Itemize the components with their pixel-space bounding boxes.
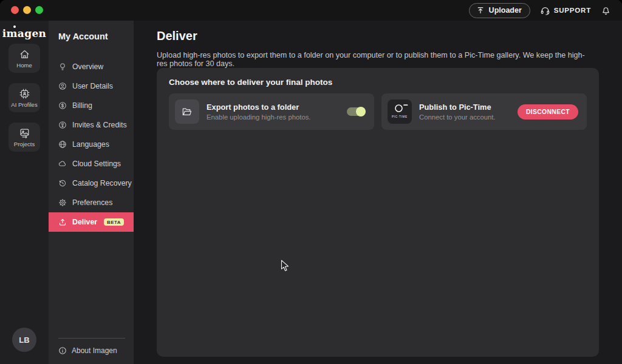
- sidebar-item-deliver[interactable]: Deliver BETA: [49, 212, 134, 232]
- invite-icon: [58, 121, 67, 129]
- nav-home-label: Home: [16, 62, 32, 69]
- pictime-option-title: Publish to Pic-Time: [419, 103, 513, 112]
- user-avatar[interactable]: LB: [12, 328, 36, 352]
- page-description: Upload high-res photos to export them to…: [157, 51, 592, 68]
- bell-icon[interactable]: [601, 5, 611, 16]
- export-option-subtitle: Enable uploading high-res photos.: [207, 113, 342, 121]
- info-icon: [58, 346, 67, 355]
- gear-icon: [58, 198, 67, 207]
- sidebar-item-label: Invites & Credits: [72, 121, 127, 129]
- avatar-initials: LB: [19, 335, 29, 345]
- sidebar-item-label: Billing: [72, 101, 92, 110]
- main-content: Deliver Upload high-res photos to export…: [134, 21, 622, 364]
- sidebar-item-label: Languages: [72, 140, 109, 149]
- about-imagen-label: About Imagen: [72, 346, 117, 355]
- nav-projects-button[interactable]: Projects: [9, 123, 40, 152]
- sidebar-item-user-details[interactable]: User Details: [49, 76, 134, 96]
- sidebar-item-catalog-recovery[interactable]: Catalog Recovery: [49, 174, 134, 193]
- sidebar-title: My Account: [58, 32, 134, 41]
- export-toggle[interactable]: [347, 107, 364, 116]
- ai-profiles-icon: [19, 88, 30, 99]
- account-menu: Overview User Details Billing Invites & …: [49, 57, 134, 232]
- mouse-cursor: [281, 260, 290, 272]
- lightbulb-icon: [58, 62, 67, 71]
- uploader-button-label: Uploader: [489, 6, 522, 15]
- sidebar-item-billing[interactable]: Billing: [49, 96, 134, 115]
- sidebar-item-label: User Details: [72, 82, 113, 90]
- sidebar-item-label: Deliver: [72, 218, 97, 226]
- zoom-window-button[interactable]: [35, 6, 43, 14]
- upload-icon: [58, 218, 67, 226]
- support-label: SUPPORT: [554, 7, 591, 14]
- billing-icon: [58, 101, 67, 110]
- close-window-button[interactable]: [11, 6, 19, 14]
- user-icon: [58, 82, 67, 90]
- deliver-options-card: Choose where to deliver your final photo…: [157, 68, 599, 357]
- window-controls: [11, 6, 43, 14]
- nav-home-button[interactable]: Home: [9, 44, 40, 73]
- sidebar-item-label: Preferences: [72, 198, 112, 207]
- home-icon: [19, 49, 30, 60]
- nav-ai-profiles-button[interactable]: AI Profiles: [9, 83, 40, 112]
- sidebar-item-invites-credits[interactable]: Invites & Credits: [49, 115, 134, 135]
- pic-time-logo: PIC·TIME: [388, 99, 412, 124]
- imagen-logo: imagen: [0, 27, 49, 39]
- nav-rail: imagen Home AI Profiles Projects: [0, 21, 49, 364]
- support-button[interactable]: SUPPORT: [540, 5, 591, 16]
- publish-to-pictime-option: PIC·TIME Publish to Pic-Time Connect to …: [381, 93, 587, 130]
- history-icon: [58, 179, 67, 187]
- pic-time-caption: PIC·TIME: [392, 115, 408, 118]
- sidebar-item-cloud-settings[interactable]: Cloud Settings: [49, 154, 134, 174]
- folder-icon: [175, 99, 199, 124]
- headset-icon: [540, 5, 550, 16]
- title-bar: Uploader SUPPORT: [0, 0, 622, 21]
- export-to-folder-option: Export photos to a folder Enable uploadi…: [169, 93, 374, 130]
- about-imagen-button[interactable]: About Imagen: [49, 339, 134, 364]
- sidebar-item-preferences[interactable]: Preferences: [49, 193, 134, 212]
- page-title: Deliver: [157, 29, 197, 43]
- sidebar-item-overview[interactable]: Overview: [49, 57, 134, 76]
- globe-icon: [58, 140, 67, 149]
- nav-ai-profiles-label: AI Profiles: [11, 101, 37, 108]
- account-sidebar: My Account Overview User Details Billing: [49, 21, 134, 364]
- projects-icon: [19, 127, 30, 139]
- minimize-window-button[interactable]: [23, 6, 31, 14]
- sidebar-item-label: Cloud Settings: [72, 160, 121, 168]
- disconnect-button[interactable]: DISCONNECT: [518, 104, 578, 120]
- pictime-option-subtitle: Connect to your account.: [419, 113, 513, 121]
- beta-badge: BETA: [104, 218, 124, 226]
- export-option-title: Export photos to a folder: [207, 103, 342, 112]
- nav-projects-label: Projects: [14, 141, 35, 147]
- app-window: Uploader SUPPORT imagen Home: [0, 0, 622, 364]
- cloud-icon: [58, 160, 67, 168]
- upload-icon: [476, 6, 485, 15]
- uploader-button[interactable]: Uploader: [469, 3, 530, 18]
- sidebar-item-languages[interactable]: Languages: [49, 135, 134, 154]
- sidebar-item-label: Catalog Recovery: [72, 179, 132, 187]
- card-heading: Choose where to deliver your final photo…: [169, 78, 599, 87]
- sidebar-item-label: Overview: [72, 62, 103, 71]
